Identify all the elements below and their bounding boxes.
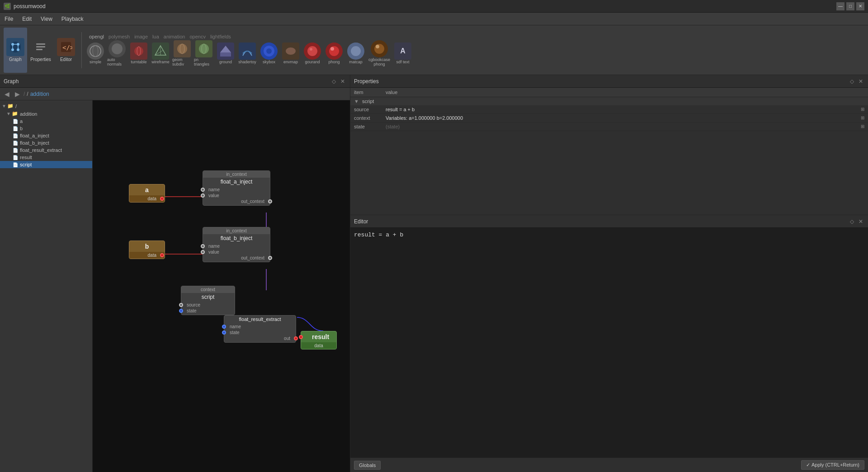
tab-opencv[interactable]: opencv <box>188 34 207 39</box>
svg-point-35 <box>374 44 384 54</box>
tree-item-result[interactable]: 📄 result <box>0 154 92 161</box>
tab-opengl[interactable]: opengl <box>87 34 106 39</box>
maximize-button[interactable]: □ <box>846 2 854 10</box>
apply-button[interactable]: ✓ Apply (CTRL+Return) <box>801 460 864 470</box>
menu-file[interactable]: File <box>0 14 18 24</box>
port-label-fa-value: value <box>207 193 221 198</box>
preset-pntriangles[interactable]: pn triangles <box>194 40 214 66</box>
editor-button[interactable]: </> Editor <box>54 28 78 73</box>
svg-point-21 <box>177 44 187 54</box>
editor-panel-title: Editor <box>354 218 848 225</box>
tab-animation[interactable]: animation <box>162 34 187 39</box>
editor-content[interactable]: result = a + b <box>350 228 868 458</box>
nav-root-breadcrumb[interactable]: / <box>27 91 28 97</box>
properties-close-button[interactable]: ✕ <box>857 78 864 85</box>
props-row-source: source result = a + b ⊞ <box>350 105 868 114</box>
tab-lightfields[interactable]: lightfields <box>208 34 233 39</box>
preset-gourand-label: gourand <box>305 60 320 64</box>
node-a-data: data <box>129 195 165 202</box>
props-key-state: state <box>350 123 382 131</box>
preset-gourand[interactable]: gourand <box>302 42 322 64</box>
node-float-a-inject[interactable]: in_context float_a_inject name value out… <box>203 170 270 206</box>
menu-playback[interactable]: Playback <box>57 14 88 24</box>
minimize-button[interactable]: — <box>836 2 844 10</box>
node-b[interactable]: b data <box>129 241 165 259</box>
tree-item-float-b-inject[interactable]: 📄 float_b_inject <box>0 139 92 146</box>
preset-envmap[interactable]: envmap <box>281 42 301 64</box>
node-result-ports: result <box>301 331 336 342</box>
preset-skybox[interactable]: skybox <box>259 42 279 64</box>
tree-item-script[interactable]: 📄 script <box>0 161 92 168</box>
tree-label-float-result-extract: float_result_extract <box>20 147 62 153</box>
preset-cgbookcase-icon <box>371 40 388 57</box>
props-expand-context[interactable]: ⊞ <box>861 115 864 120</box>
globals-button[interactable]: Globals <box>354 461 381 470</box>
preset-matcap[interactable]: matcap <box>346 42 366 64</box>
node-script[interactable]: context script source state <box>181 286 235 315</box>
tree-label-float-b-inject: float_b_inject <box>20 140 49 146</box>
window-controls[interactable]: — □ ✕ <box>836 2 864 10</box>
svg-rect-8 <box>36 43 45 45</box>
props-col-value: value <box>382 88 868 97</box>
graph-panel-title: Graph <box>4 78 328 85</box>
properties-float-button[interactable]: ◇ <box>848 78 855 85</box>
node-a[interactable]: a data <box>129 184 165 203</box>
tab-polymesh[interactable]: polymesh <box>107 34 132 39</box>
node-float-result-extract-title: float_result_extract <box>224 316 296 323</box>
editor-float-button[interactable]: ◇ <box>848 218 855 225</box>
properties-panel-title: Properties <box>354 78 848 85</box>
tree-label-a: a <box>20 118 23 124</box>
port-dot-b-data <box>160 253 164 257</box>
preset-phong[interactable]: phong <box>324 42 344 64</box>
menu-edit[interactable]: Edit <box>18 14 36 24</box>
tab-image[interactable]: image <box>132 34 150 39</box>
tree-item-b[interactable]: 📄 b <box>0 125 92 132</box>
preset-simple[interactable]: simple <box>85 42 105 64</box>
port-dot-result-data <box>299 335 303 339</box>
props-value-state: (state) ⊞ <box>382 123 868 131</box>
editor-close-button[interactable]: ✕ <box>857 218 864 225</box>
port-dot-script-state <box>179 309 183 313</box>
graph-canvas[interactable]: in_context float_a_inject name value out… <box>93 100 350 472</box>
preset-wireframe[interactable]: wireframe <box>151 42 170 64</box>
tree-file-icon-script: 📄 <box>13 162 18 167</box>
svg-point-0 <box>10 42 21 52</box>
preset-geomdiv[interactable]: geom subdiv <box>172 40 192 66</box>
preset-turntable[interactable]: turntable <box>129 42 149 64</box>
nav-forward-button[interactable]: ▶ <box>13 90 22 99</box>
preset-shadertoy[interactable]: shadertoy <box>237 42 257 64</box>
tree-item-float-a-inject[interactable]: 📄 float_a_inject <box>0 132 92 139</box>
properties-button[interactable]: Properties <box>29 28 52 73</box>
tree-item-addition[interactable]: ▼ 📁 addition <box>0 110 92 118</box>
tree-item-root[interactable]: ▼ 📁 / <box>0 102 92 110</box>
graph-close-button[interactable]: ✕ <box>339 78 346 85</box>
node-float-b-inject[interactable]: in_context float_b_inject name value out… <box>203 227 270 262</box>
node-result[interactable]: result data <box>301 331 337 349</box>
menu-view[interactable]: View <box>36 14 57 24</box>
svg-point-29 <box>286 47 296 55</box>
node-float-result-extract[interactable]: float_result_extract name state out <box>224 315 296 343</box>
port-label-fb-out: out_context <box>239 255 266 260</box>
preset-ground[interactable]: ground <box>216 42 236 64</box>
graph-button[interactable]: Graph <box>4 28 27 73</box>
editor-header: Editor ◇ ✕ <box>350 215 868 228</box>
graph-float-button[interactable]: ◇ <box>330 78 337 85</box>
right-panels: Properties ◇ ✕ item value ▼ <box>350 75 868 472</box>
node-result-title: result <box>305 331 336 342</box>
tree-item-float-result-extract[interactable]: 📄 float_result_extract <box>0 146 92 154</box>
preset-cgbookcase[interactable]: cgbookcase phong <box>368 40 391 66</box>
props-expand-source[interactable]: ⊞ <box>861 107 864 112</box>
apply-label: Apply (CTRL+Return) <box>811 462 859 467</box>
node-float-a-inject-title: float_a_inject <box>203 178 270 186</box>
preset-autonormals-icon <box>108 40 126 57</box>
tree-item-a[interactable]: 📄 a <box>0 118 92 125</box>
preset-sdf[interactable]: A sdf text <box>393 42 413 64</box>
nav-back-button[interactable]: ◀ <box>3 90 11 99</box>
nav-addition-breadcrumb[interactable]: addition <box>30 91 49 97</box>
props-expand-state[interactable]: ⊞ <box>861 124 864 129</box>
close-button[interactable]: ✕ <box>856 2 864 10</box>
tab-lua[interactable]: lua <box>151 34 161 39</box>
nav-separator: / <box>24 91 25 97</box>
editor-panel: Editor ◇ ✕ result = a + b Globals ✓ Appl… <box>350 215 868 472</box>
preset-autonormals[interactable]: auto normals <box>107 40 127 66</box>
